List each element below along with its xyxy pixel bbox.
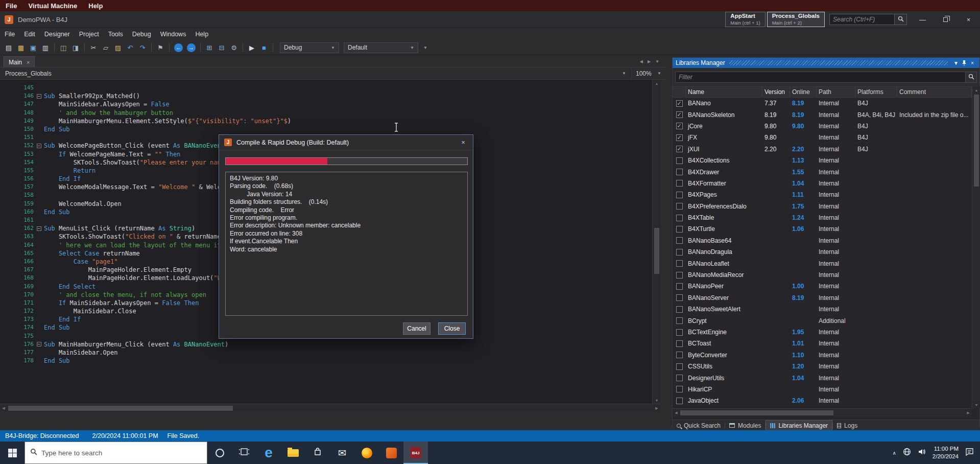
editor-horizontal-scrollbar[interactable]: ◀ ▶ <box>0 404 660 412</box>
firefox-button[interactable] <box>354 442 379 464</box>
library-row[interactable]: ✓BANanoSkeleton8.198.19InternalB4A, B4i,… <box>673 109 972 120</box>
library-checkbox[interactable]: ✓ <box>676 111 683 118</box>
search-input[interactable] <box>829 14 895 25</box>
b4j-taskbar-button[interactable]: B4J <box>403 442 428 464</box>
search-button[interactable] <box>895 14 907 25</box>
menu-windows[interactable]: Windows <box>156 28 191 40</box>
scroll-left-icon[interactable]: ◀ <box>673 409 680 417</box>
library-checkbox[interactable]: ✓ <box>676 134 683 141</box>
undo-icon[interactable]: ↶ <box>125 42 136 53</box>
library-row[interactable]: BCToast1.01Internal <box>673 338 972 349</box>
library-row[interactable]: BANanoBase64Internal <box>673 235 972 246</box>
navigate-back-icon[interactable]: ← <box>174 43 183 52</box>
panel-close-icon[interactable]: × <box>968 60 976 66</box>
new-project-icon[interactable]: ▤ <box>3 42 14 53</box>
fold-collapse-icon[interactable]: − <box>34 340 44 349</box>
menu-file[interactable]: File <box>0 28 19 40</box>
cut-icon[interactable]: ✂ <box>88 42 99 53</box>
library-checkbox[interactable] <box>676 203 683 210</box>
scope-selector[interactable]: Process_Globals ▼ <box>0 67 632 79</box>
quick-nav-appstart[interactable]: AppStart Main (ctrl + 1) <box>725 12 765 27</box>
library-checkbox[interactable] <box>676 306 683 313</box>
panel-titlebar[interactable]: Libraries Manager ▼ × <box>673 58 979 68</box>
library-checkbox[interactable] <box>676 192 683 198</box>
pin-icon[interactable] <box>960 60 968 66</box>
paste-icon[interactable]: ▨ <box>112 42 124 53</box>
library-checkbox[interactable] <box>676 340 683 347</box>
classes-icon[interactable]: ⊟ <box>216 42 227 53</box>
cortana-button[interactable] <box>207 442 232 464</box>
vm-menu-help[interactable]: Help <box>83 0 108 11</box>
library-row[interactable]: BANanoServer8.19Internal <box>673 292 972 304</box>
library-row[interactable]: BCryptAdditional <box>673 315 972 326</box>
scroll-tabs-right-icon[interactable]: ▶ <box>648 59 651 64</box>
library-row[interactable]: DesignerUtils1.04Internal <box>673 372 972 383</box>
library-row[interactable]: ✓jXUI2.202.20InternalB4J <box>673 144 972 155</box>
menu-designer[interactable]: Designer <box>40 28 75 40</box>
fold-collapse-icon[interactable]: − <box>34 142 44 150</box>
tab-close-icon[interactable]: × <box>27 59 30 65</box>
scroll-up-icon[interactable]: ▲ <box>653 80 661 87</box>
column-version[interactable]: Version <box>762 87 790 97</box>
store-button[interactable] <box>305 442 330 464</box>
save-as-icon[interactable]: ▥ <box>40 42 51 53</box>
column-comment[interactable]: Comment <box>897 87 972 97</box>
start-button[interactable] <box>0 442 25 464</box>
run-icon[interactable]: ▶ <box>246 42 257 53</box>
library-checkbox[interactable] <box>676 363 683 370</box>
modules-icon[interactable]: ⊞ <box>204 42 215 53</box>
build-config-select[interactable]: Debug ▼ <box>280 42 339 53</box>
dialog-close-icon[interactable]: × <box>453 135 473 150</box>
vm-menu-virtual-machine[interactable]: Virtual Machine <box>22 0 83 11</box>
library-checkbox[interactable] <box>676 215 683 221</box>
library-checkbox[interactable] <box>676 352 683 358</box>
library-checkbox[interactable] <box>676 283 683 290</box>
library-row[interactable]: BANanoMediaRecorInternal <box>673 269 972 281</box>
library-row[interactable]: B4XPreferencesDialo1.75Internal <box>673 201 972 212</box>
menu-edit[interactable]: Edit <box>19 28 40 40</box>
library-row[interactable]: BANanoPeer1.00Internal <box>673 281 972 292</box>
edge-button[interactable]: e <box>256 442 281 464</box>
zoom-selector[interactable]: 100% ▼ <box>632 67 665 79</box>
dialog-titlebar[interactable]: J Compile & Rapid Debug (Build: Default)… <box>219 135 473 150</box>
dialog-close-button[interactable]: Close <box>438 322 466 335</box>
build-icon[interactable]: ⚙ <box>228 42 240 53</box>
file-explorer-button[interactable] <box>281 442 305 464</box>
taskbar-search-input[interactable] <box>41 449 202 457</box>
library-checkbox[interactable] <box>676 249 683 256</box>
scrollbar-thumb[interactable] <box>974 95 979 187</box>
fold-collapse-icon[interactable]: − <box>34 92 44 100</box>
library-checkbox[interactable]: ✓ <box>676 123 683 129</box>
redo-icon[interactable]: ↷ <box>137 42 148 53</box>
filter-input[interactable] <box>675 72 966 83</box>
library-row[interactable]: B4XTurtle1.06Internal <box>673 223 972 235</box>
column-online[interactable]: Online <box>790 87 817 97</box>
menu-debug[interactable]: Debug <box>128 28 156 40</box>
library-checkbox[interactable] <box>676 226 683 233</box>
run-config-select[interactable]: Default ▼ <box>344 42 418 53</box>
filter-search-button[interactable] <box>966 72 977 83</box>
mail-button[interactable]: ✉ <box>330 442 354 464</box>
volume-icon[interactable] <box>918 448 926 458</box>
notification-center-icon[interactable] <box>965 448 974 458</box>
library-checkbox[interactable] <box>676 180 683 187</box>
library-row[interactable]: ByteConverter1.10Internal <box>673 350 972 361</box>
panel-tab-quick-search[interactable]: Quick Search <box>673 420 725 431</box>
scrollbar-thumb[interactable] <box>680 410 833 415</box>
tray-expand-icon[interactable]: ∧ <box>893 450 896 456</box>
scroll-up-icon[interactable]: ▲ <box>972 86 980 94</box>
quick-nav-process-globals[interactable]: Process_Globals Main (ctrl + 2) <box>767 12 825 27</box>
scroll-right-icon[interactable]: ▶ <box>653 404 660 412</box>
library-row[interactable]: HikariCPInternal <box>673 384 972 395</box>
library-row[interactable]: ✓jCore9.809.80InternalB4J <box>673 121 972 132</box>
taskbar-search[interactable] <box>25 442 207 464</box>
menu-help[interactable]: Help <box>190 28 213 40</box>
navigate-forward-icon[interactable]: → <box>187 43 196 52</box>
save-icon[interactable]: ▣ <box>28 42 39 53</box>
cancel-button[interactable]: Cancel <box>403 322 431 335</box>
minimize-button[interactable]: — <box>911 11 934 28</box>
panel-tab-libraries-manager[interactable]: Libraries Manager <box>766 420 832 431</box>
library-checkbox[interactable] <box>676 375 683 381</box>
panel-tab-logs[interactable]: Logs <box>833 420 862 431</box>
column-name[interactable]: Name <box>686 87 762 97</box>
